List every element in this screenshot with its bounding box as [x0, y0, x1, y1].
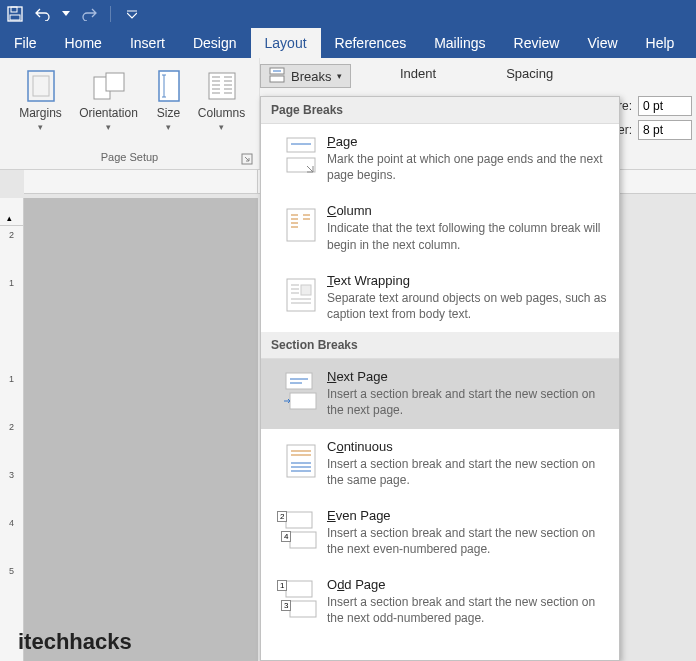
svg-rect-47: [290, 532, 316, 548]
tab-layout[interactable]: Layout: [251, 28, 321, 58]
chevron-down-icon: ▾: [337, 71, 342, 81]
svg-rect-2: [10, 15, 20, 20]
dropdown-header-section-breaks: Section Breaks: [261, 332, 619, 359]
even-page-section-icon: 2 4: [275, 508, 327, 557]
breaks-icon: [269, 67, 285, 86]
menu-item-continuous-section[interactable]: Continuous Insert a section break and st…: [261, 429, 619, 498]
svg-rect-40: [287, 445, 315, 477]
watermark: itechhacks: [18, 629, 132, 655]
tab-file[interactable]: File: [0, 28, 51, 58]
caret-up-icon: ▴: [7, 213, 12, 223]
undo-icon[interactable]: [34, 5, 52, 23]
dialog-launcher-icon[interactable]: [241, 151, 255, 165]
menu-item-even-page-section[interactable]: 2 4 Even Page Insert a section break and…: [261, 498, 619, 567]
menu-item-desc: Insert a section break and start the new…: [327, 386, 609, 418]
tab-mailings[interactable]: Mailings: [420, 28, 499, 58]
menu-item-text-wrapping-break[interactable]: Text Wrapping Separate text around objec…: [261, 263, 619, 332]
menu-item-desc: Separate text around objects on web page…: [327, 290, 609, 322]
next-page-section-icon: [275, 369, 327, 418]
spacing-before-label: re:: [618, 99, 632, 113]
spacing-before-input[interactable]: [638, 96, 692, 116]
chevron-down-icon: ▾: [38, 122, 43, 132]
menu-item-title: Odd Page: [327, 577, 609, 592]
svg-rect-21: [270, 76, 284, 82]
breaks-dropdown: Page Breaks Page Mark the point at which…: [260, 96, 620, 661]
page-break-icon: [275, 134, 327, 183]
redo-icon[interactable]: [80, 5, 98, 23]
menu-item-desc: Mark the point at which one page ends an…: [327, 151, 609, 183]
quick-access-toolbar: [0, 0, 696, 28]
undo-dropdown-icon[interactable]: [62, 5, 70, 23]
group-label-page-setup: Page Setup: [101, 147, 159, 169]
orientation-button[interactable]: Orientation ▾: [73, 62, 145, 132]
qat-separator: [110, 6, 111, 22]
tab-review[interactable]: Review: [500, 28, 574, 58]
svg-rect-39: [290, 393, 316, 409]
menu-item-desc: Insert a section break and start the new…: [327, 456, 609, 488]
menu-item-title: Next Page: [327, 369, 609, 384]
tab-insert[interactable]: Insert: [116, 28, 179, 58]
menu-item-desc: Insert a section break and start the new…: [327, 525, 609, 557]
tab-view[interactable]: View: [573, 28, 631, 58]
margins-button[interactable]: Margins ▾: [9, 62, 73, 132]
menu-item-title: Column: [327, 203, 609, 218]
spacing-after-label: er:: [618, 123, 632, 137]
margins-icon: [26, 68, 56, 104]
group-page-setup: Margins ▾ Orientation ▾ Size ▾: [0, 58, 260, 169]
breaks-button[interactable]: Breaks ▾: [260, 64, 351, 88]
spacing-label: Spacing: [506, 66, 553, 81]
menu-item-page-break[interactable]: Page Mark the point at which one page en…: [261, 124, 619, 193]
column-break-icon: [275, 203, 327, 252]
breaks-label: Breaks: [291, 69, 331, 84]
spacing-after-input[interactable]: [638, 120, 692, 140]
svg-rect-48: [286, 581, 312, 597]
menu-item-title: Even Page: [327, 508, 609, 523]
indent-label: Indent: [400, 66, 436, 81]
svg-rect-32: [301, 285, 311, 295]
menu-item-desc: Indicate that the text following the col…: [327, 220, 609, 252]
svg-rect-46: [286, 512, 312, 528]
chevron-down-icon: ▾: [219, 122, 224, 132]
svg-rect-6: [106, 73, 124, 91]
tab-help[interactable]: Help: [632, 28, 689, 58]
svg-rect-49: [290, 601, 316, 617]
vertical-ruler[interactable]: ▴ 2 1 1 2 3 4 5: [0, 198, 24, 661]
menu-item-title: Text Wrapping: [327, 273, 609, 288]
dropdown-header-page-breaks: Page Breaks: [261, 97, 619, 124]
chevron-down-icon: ▾: [166, 122, 171, 132]
odd-page-section-icon: 1 3: [275, 577, 327, 626]
chevron-down-icon: ▾: [106, 122, 111, 132]
save-icon[interactable]: [6, 5, 24, 23]
paragraph-labels: Indent Spacing: [400, 66, 553, 81]
menu-item-next-page-section[interactable]: Next Page Insert a section break and sta…: [261, 359, 619, 428]
ribbon-tabs: File Home Insert Design Layout Reference…: [0, 28, 696, 58]
svg-rect-4: [33, 76, 49, 96]
columns-icon: [207, 68, 237, 104]
size-button[interactable]: Size ▾: [145, 62, 193, 132]
document-margin-area: [24, 198, 258, 661]
menu-item-desc: Insert a section break and start the new…: [327, 594, 609, 626]
continuous-section-icon: [275, 439, 327, 488]
svg-rect-38: [286, 373, 312, 389]
menu-item-title: Continuous: [327, 439, 609, 454]
customize-qat-icon[interactable]: [123, 5, 141, 23]
svg-rect-22: [287, 138, 315, 152]
svg-rect-1: [11, 7, 17, 12]
menu-item-odd-page-section[interactable]: 1 3 Odd Page Insert a section break and …: [261, 567, 619, 636]
menu-item-title: Page: [327, 134, 609, 149]
svg-rect-24: [287, 209, 315, 241]
columns-button[interactable]: Columns ▾: [193, 62, 251, 132]
tab-design[interactable]: Design: [179, 28, 251, 58]
orientation-icon: [92, 68, 126, 104]
tab-home[interactable]: Home: [51, 28, 116, 58]
menu-item-column-break[interactable]: Column Indicate that the text following …: [261, 193, 619, 262]
text-wrapping-icon: [275, 273, 327, 322]
size-icon: [156, 68, 182, 104]
tab-references[interactable]: References: [321, 28, 421, 58]
